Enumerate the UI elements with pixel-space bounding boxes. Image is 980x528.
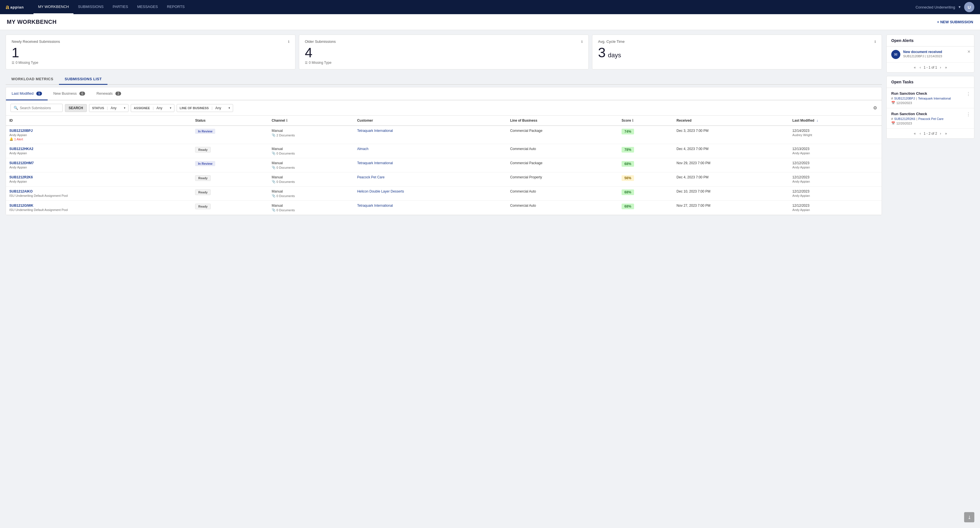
score-badge-2: 68%: [622, 161, 634, 167]
submissions-container: Last Modified 9 New Business 6 Renewals …: [6, 87, 882, 215]
customer-link-2[interactable]: Tetraquark International: [357, 161, 393, 165]
alert-close-0[interactable]: ✕: [967, 49, 970, 54]
cell-received-4: Dec 10, 2023 7:00 PM: [673, 186, 789, 201]
cell-score-0: 74%: [618, 126, 673, 144]
status-badge-4: Ready: [195, 189, 211, 195]
channel-info-icon: ℹ: [286, 119, 288, 122]
cell-score-2: 68%: [618, 158, 673, 172]
submission-id-link-0[interactable]: SUB12120BPJ: [10, 129, 188, 133]
doc-count-1: 📎0 Documents: [272, 151, 350, 155]
cell-received-0: Dec 3, 2023 7:00 PM: [673, 126, 789, 144]
nav-my-workbench[interactable]: MY WORKBENCH: [33, 0, 73, 14]
col-id: ID: [6, 116, 192, 126]
alerts-first-page[interactable]: «: [913, 65, 917, 70]
search-input[interactable]: [20, 106, 60, 110]
inner-tab-new-business[interactable]: New Business 6: [48, 87, 91, 100]
tab-workload-metrics[interactable]: WORKLOAD METRICS: [6, 74, 59, 85]
submission-id-link-4[interactable]: SUB1212AIKO: [10, 189, 188, 193]
score-badge-1: 78%: [622, 147, 634, 153]
paperclip-icon-1: 📎: [272, 151, 275, 155]
submission-id-link-5[interactable]: SUB1212GIWK: [10, 204, 188, 208]
paperclip-icon-0: 📎: [272, 133, 275, 137]
app-logo[interactable]: a appian: [6, 3, 25, 11]
logo-icon: a: [6, 3, 9, 11]
cell-channel-2: Manual 📎0 Documents: [268, 158, 353, 172]
submission-id-link-3[interactable]: SUB1212R2K6: [10, 175, 188, 179]
status-filter[interactable]: STATUS | Any ▾: [89, 104, 129, 112]
sort-icon-last-modified[interactable]: ↓: [816, 119, 818, 122]
col-customer: Customer: [353, 116, 507, 126]
task-company-link-1[interactable]: Peacock Pet Care: [918, 117, 944, 121]
col-lob: Line of Business: [507, 116, 618, 126]
cell-channel-4: Manual 📎0 Documents: [268, 186, 353, 201]
task-sub-id-link-1[interactable]: SUB1212R2K6: [894, 117, 915, 121]
tasks-page-info: 1 - 2 of 2: [924, 132, 937, 135]
inner-tab-badge-renewals: 3: [115, 92, 121, 95]
task-more-0[interactable]: ⋮: [966, 91, 970, 97]
customer-link-3[interactable]: Peacock Pet Care: [357, 175, 385, 179]
tasks-last-page[interactable]: »: [944, 131, 948, 136]
page-header: MY WORKBENCH + NEW SUBMISSION: [0, 14, 980, 30]
nav-parties[interactable]: PARTIES: [108, 0, 132, 14]
alerts-pagination: « ‹ 1 - 1 of 1 › »: [887, 63, 974, 72]
tasks-prev-page[interactable]: ‹: [918, 131, 922, 136]
tasks-first-page[interactable]: «: [913, 131, 917, 136]
cell-id-2: SUB1212DHM7 Andy Appian: [6, 158, 192, 172]
cell-last-modified-0: 12/14/2023 Audrey Wright: [789, 126, 881, 144]
inner-tab-label-renewals: Renewals: [96, 91, 113, 95]
task-more-1[interactable]: ⋮: [966, 112, 970, 117]
card-sub-label-older: 0 Missing Type: [309, 61, 331, 65]
inner-tabs: Last Modified 9 New Business 6 Renewals …: [6, 87, 881, 100]
inner-tab-renewals[interactable]: Renewals 3: [91, 87, 127, 100]
nav-reports[interactable]: REPORTS: [162, 0, 189, 14]
page-title: MY WORKBENCH: [7, 19, 57, 25]
submission-id-link-2[interactable]: SUB1212DHM7: [10, 161, 188, 165]
status-filter-value: Any: [111, 106, 116, 110]
tab-submissions-list[interactable]: SUBMISSIONS LIST: [59, 74, 107, 85]
customer-link-4[interactable]: Helicon Double Layer Desserts: [357, 189, 404, 193]
alert-title-0[interactable]: New document received: [903, 50, 969, 54]
submission-id-link-1[interactable]: SUB1212HKA2: [10, 147, 188, 151]
cell-score-3: 56%: [618, 172, 673, 186]
status-badge-5: Ready: [195, 204, 211, 209]
summary-card-cycle: Avg. Cycle Time ℹ 3 days: [592, 35, 882, 70]
cell-last-modified-1: 12/13/2023 Andy Appian: [789, 144, 881, 158]
tasks-next-page[interactable]: ›: [939, 131, 942, 136]
assignee-filter[interactable]: ASSIGNEE | Any ▾: [131, 104, 174, 112]
score-badge-4: 68%: [622, 189, 634, 195]
task-sub-id-link-0[interactable]: SUB12120BPJ: [894, 97, 915, 100]
info-icon-cycle: ℹ: [875, 40, 876, 44]
alerts-last-page[interactable]: »: [944, 65, 948, 70]
main-content: Newly Received Submissions ℹ 1 ☰ 0 Missi…: [6, 35, 882, 525]
card-header-older: Older Submissions ℹ: [305, 40, 583, 44]
card-number-older: 4: [305, 46, 583, 60]
search-button[interactable]: SEARCH: [65, 104, 87, 112]
lob-filter-label: LINE OF BUSINESS: [180, 107, 209, 110]
inner-tab-last-modified[interactable]: Last Modified 9: [6, 87, 48, 100]
card-number-cycle: 3 days: [598, 46, 876, 60]
task-hash-1: #: [891, 117, 893, 121]
nav-submissions[interactable]: SUBMISSIONS: [73, 0, 108, 14]
tenant-selector[interactable]: Connected Underwriting: [916, 5, 955, 10]
customer-link-1[interactable]: Almach: [357, 147, 368, 151]
lob-filter[interactable]: LINE OF BUSINESS | Any ▾: [177, 104, 233, 112]
advanced-filter-icon[interactable]: ⚙: [873, 105, 877, 111]
cell-customer-4: Helicon Double Layer Desserts: [353, 186, 507, 201]
scroll-to-bottom-icon[interactable]: ⤓: [964, 512, 974, 522]
customer-link-5[interactable]: Tetraquark International: [357, 204, 393, 208]
alerts-next-page[interactable]: ›: [939, 65, 942, 70]
task-date-1: 📅 12/20/2023: [891, 121, 969, 125]
doc-count-0: 📎2 Documents: [272, 133, 350, 137]
task-company-link-0[interactable]: Tetraquark International: [918, 97, 951, 100]
avatar[interactable]: U: [964, 2, 974, 12]
cell-received-5: Nov 27, 2023 7:00 PM: [673, 201, 789, 215]
col-score: Score ℹ: [618, 116, 673, 126]
summary-cards: Newly Received Submissions ℹ 1 ☰ 0 Missi…: [6, 35, 882, 70]
new-submission-button[interactable]: + NEW SUBMISSION: [937, 20, 974, 24]
nav-messages[interactable]: MESSAGES: [133, 0, 162, 14]
task-sub-1: # SUB1212R2K6 | Peacock Pet Care: [891, 117, 969, 121]
alerts-prev-page[interactable]: ‹: [918, 65, 922, 70]
customer-link-0[interactable]: Tetraquark International: [357, 129, 393, 133]
score-info-icon: ℹ: [632, 119, 633, 122]
card-num-val-cycle: 3: [598, 46, 606, 60]
